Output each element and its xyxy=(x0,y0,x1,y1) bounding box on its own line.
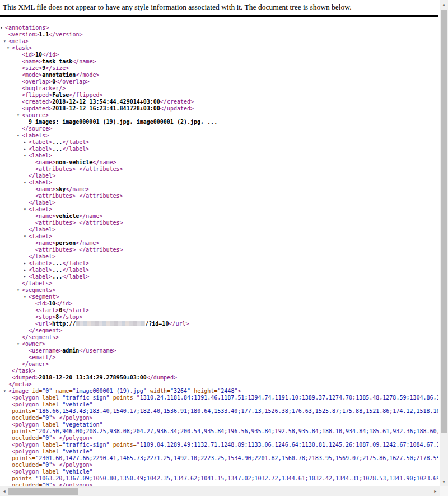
expand-arrow-right-icon[interactable]: ▸ xyxy=(24,267,26,274)
xml-line: </owner> xyxy=(0,361,438,368)
xml-line: points="207.50,946.00;208.25,938.08;204.… xyxy=(0,428,438,435)
xml-line: </label> xyxy=(0,173,438,179)
xml-line: occluded="0"> </polygon> xyxy=(0,462,438,469)
xml-line: </label> xyxy=(0,226,438,233)
xml-line: ▾<annotations> xyxy=(0,25,438,31)
xml-line: <updated>2018-12-12 16:23:41.841728+03:0… xyxy=(0,105,438,112)
left-arrow-icon: ◄ xyxy=(2,489,6,493)
xml-line: occluded="0"> </polygon> xyxy=(0,482,438,486)
scrollbar-up-button[interactable]: ▲ xyxy=(440,0,448,10)
xml-line: <stop>8</stop> xyxy=(0,314,438,321)
expand-arrow-right-icon[interactable]: ▸ xyxy=(24,260,26,267)
xml-line: <mode>annotation</mode> xyxy=(0,72,438,78)
xml-line: </label> xyxy=(0,200,438,206)
xml-line: ▸<label>...</label> xyxy=(0,260,438,267)
down-arrow-icon: ▼ xyxy=(442,480,446,484)
xml-line: ▾<segments> xyxy=(0,287,438,294)
xml-line: ▸<label>...</label> xyxy=(0,267,438,274)
xml-line: <attributes> </attributes> xyxy=(0,166,438,173)
xml-notice-text: This XML file does not appear to have an… xyxy=(3,3,352,11)
xml-line: <name>non-vehicle</name> xyxy=(0,159,438,166)
xml-line: <start>0</start> xyxy=(0,307,438,314)
expand-arrow-down-icon[interactable]: ▾ xyxy=(0,25,3,31)
xml-line: <name>vehicle</name> xyxy=(0,213,438,220)
xml-line: </meta> xyxy=(0,381,438,388)
xml-line: <attributes> </attributes> xyxy=(0,247,438,253)
xml-line: <name>person</name> xyxy=(0,240,438,247)
xml-line: <id>10</id> xyxy=(0,300,438,307)
xml-line: points="2301.60,1427.66;2290.41,1465.73;… xyxy=(0,455,438,462)
xml-line: ▸<label>...</label> xyxy=(0,146,438,152)
vertical-scrollbar[interactable]: ▲ ▼ xyxy=(440,0,448,486)
scrollbar-down-button[interactable]: ▼ xyxy=(440,477,448,486)
right-arrow-icon: ► xyxy=(433,489,437,493)
expand-arrow-down-icon[interactable]: ▾ xyxy=(24,233,26,240)
up-arrow-icon: ▲ xyxy=(442,3,446,7)
xml-line: ▾<labels> xyxy=(0,132,438,139)
xml-line: <polygon label="vehicle" xyxy=(0,469,438,475)
expand-arrow-right-icon[interactable]: ▸ xyxy=(24,139,26,146)
xml-line: <flipped>False</flipped> xyxy=(0,92,438,99)
expand-arrow-down-icon[interactable]: ▾ xyxy=(17,132,20,139)
xml-line: <name>task task</name> xyxy=(0,58,438,65)
xml-line: points="1063.20,1367.09;1050.80,1350.49;… xyxy=(0,475,438,482)
xml-viewer-page: This XML file does not appear to have an… xyxy=(0,0,438,486)
xml-line: points="186.66,1543.43;183.40,1540.17;18… xyxy=(0,408,438,415)
expand-arrow-right-icon[interactable]: ▸ xyxy=(24,146,26,152)
xml-line: ▾<meta> xyxy=(0,38,438,45)
xml-line: <size>9</size> xyxy=(0,65,438,72)
xml-line: <version>1.1</version> xyxy=(0,31,438,38)
xml-line: ▾<label> xyxy=(0,206,438,213)
vertical-scrollbar-thumb[interactable] xyxy=(441,10,447,433)
expand-arrow-down-icon[interactable]: ▾ xyxy=(17,341,20,347)
xml-line: <url>http:///?id=10</url> xyxy=(0,321,438,327)
expand-arrow-down-icon[interactable]: ▾ xyxy=(7,45,10,52)
xml-line: <dumped>2018-12-20 13:34:29.278950+03:00… xyxy=(0,374,438,381)
xml-line: ▾<owner> xyxy=(0,341,438,347)
scrollbar-corner xyxy=(440,486,448,496)
expand-arrow-down-icon[interactable]: ▾ xyxy=(17,112,20,119)
xml-line: ▾<task> xyxy=(0,45,438,52)
xml-line: </task> xyxy=(0,368,438,374)
expand-arrow-down-icon[interactable]: ▾ xyxy=(24,206,26,213)
xml-line: ▾<image id="0" name="image000001 (19).jp… xyxy=(0,388,438,395)
expand-arrow-down-icon[interactable]: ▾ xyxy=(24,152,26,159)
xml-line: occluded="0"> </polygon> xyxy=(0,415,438,421)
xml-line: ▾<label> xyxy=(0,179,438,186)
xml-line: ▾<label> xyxy=(0,152,438,159)
expand-arrow-right-icon[interactable]: ▸ xyxy=(24,274,26,280)
xml-line: occluded="0"> </polygon> xyxy=(0,435,438,442)
xml-line: <bugtracker/> xyxy=(0,85,438,92)
xml-line: <polygon label="vehicle" xyxy=(0,401,438,408)
xml-line: 9 images: image000001 (19).jpg, image000… xyxy=(0,119,438,126)
expand-arrow-down-icon[interactable]: ▾ xyxy=(24,294,26,300)
xml-line: ▾<source> xyxy=(0,112,438,119)
xml-line: <username>admin</username> xyxy=(0,347,438,354)
xml-line: ▸<label>...</label> xyxy=(0,139,438,146)
expand-arrow-down-icon[interactable]: ▾ xyxy=(3,38,6,45)
expand-arrow-down-icon[interactable]: ▾ xyxy=(17,287,20,294)
xml-document-tree: ▾<annotations><version>1.1</version>▾<me… xyxy=(0,25,438,486)
horizontal-scrollbar-thumb[interactable] xyxy=(8,488,78,495)
xml-line: <attributes> </attributes> xyxy=(0,220,438,226)
xml-line: <polygon label="vehicle" xyxy=(0,448,438,455)
expand-arrow-down-icon[interactable]: ▾ xyxy=(24,179,26,186)
expand-arrow-down-icon[interactable]: ▾ xyxy=(3,388,6,395)
xml-line: </label> xyxy=(0,253,438,260)
xml-line: <polygon label="traffic-sign" points="11… xyxy=(0,442,438,448)
horizontal-scrollbar[interactable]: ◄ ► xyxy=(0,486,440,496)
xml-line: ▾<label> xyxy=(0,233,438,240)
scrollbar-right-button[interactable]: ► xyxy=(431,486,440,496)
xml-line: </segments> xyxy=(0,334,438,341)
xml-line: <name>sky</name> xyxy=(0,186,438,193)
xml-line: </labels> xyxy=(0,280,438,287)
xml-line: <created>2018-12-12 13:54:44.429014+03:0… xyxy=(0,99,438,105)
xml-notice: This XML file does not appear to have an… xyxy=(0,0,438,17)
xml-line: ▸<label>...</label> xyxy=(0,274,438,280)
xml-line: ▾<segment> xyxy=(0,294,438,300)
xml-line: <email/> xyxy=(0,354,438,361)
redacted-url-blur xyxy=(76,321,145,326)
xml-line: </source> xyxy=(0,126,438,132)
xml-line: <polygon label="traffic-sign" points="13… xyxy=(0,395,438,401)
scrollbar-left-button[interactable]: ◄ xyxy=(0,486,8,496)
